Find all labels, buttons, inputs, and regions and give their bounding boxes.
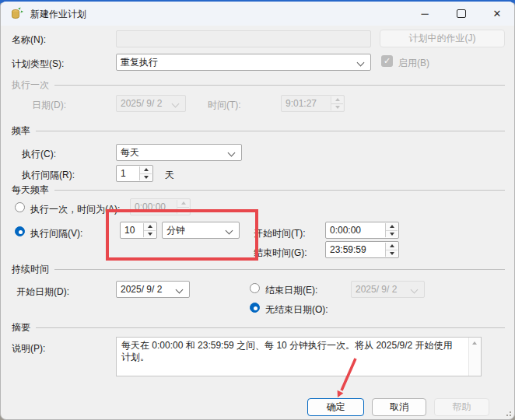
chevron-down-icon xyxy=(176,286,184,294)
spinner-down-icon[interactable] xyxy=(331,103,343,111)
starting-at-label: 开始时间(T): xyxy=(254,227,306,240)
close-icon: ✕ xyxy=(493,8,502,19)
annotation-arrow-icon xyxy=(316,350,370,404)
occurs-value: 每天 xyxy=(121,146,139,159)
no-end-date-radio[interactable] xyxy=(250,303,260,313)
no-end-date-label: 无结束日期(O): xyxy=(265,303,328,317)
jobs-in-schedule-label: 计划中的作业(J) xyxy=(409,32,476,45)
help-button[interactable]: 帮助 xyxy=(434,398,489,416)
resize-grip-icon[interactable] xyxy=(503,408,511,416)
end-date-combo[interactable]: 2025/ 9/ 2 xyxy=(351,281,425,298)
description-textarea[interactable]: 每天在 0:00:00 和 23:59:59 之间、每 10 分钟执行一次。将从… xyxy=(116,337,482,376)
help-button-label: 帮助 xyxy=(453,401,471,414)
enabled-checkbox[interactable]: ✓ xyxy=(381,55,393,67)
schedule-type-combo[interactable]: 重复执行 xyxy=(116,54,371,71)
enabled-label: 启用(B) xyxy=(398,57,429,70)
recurs-unit-label: 天 xyxy=(165,169,174,182)
cancel-button[interactable]: 取消 xyxy=(372,398,426,416)
description-label: 说明(P): xyxy=(12,342,45,355)
one-time-time-value: 9:01:27 xyxy=(286,98,317,109)
minimize-icon: ─ xyxy=(421,8,428,19)
chevron-down-icon xyxy=(411,286,419,294)
chevron-down-icon xyxy=(228,149,236,157)
recurs-every-value: 1 xyxy=(121,168,126,179)
one-time-date-value: 2025/ 9/ 2 xyxy=(121,98,162,109)
date-label: 日期(D): xyxy=(32,99,66,112)
maximize-button[interactable] xyxy=(444,2,478,25)
divider xyxy=(54,269,505,270)
daily-frequency-header-label: 每天频率 xyxy=(12,184,49,197)
spinner-up-icon[interactable] xyxy=(331,96,343,103)
spinner-down-icon[interactable] xyxy=(140,173,152,181)
frequency-group-header: 频率 xyxy=(12,125,505,136)
title-bar[interactable]: 新建作业计划 ─ ✕ xyxy=(1,2,514,26)
spinner-up-icon[interactable] xyxy=(386,223,398,230)
ending-at-value: 23:59:59 xyxy=(330,244,366,255)
spinner-down-icon[interactable] xyxy=(386,230,398,238)
name-label: 名称(N): xyxy=(12,33,46,47)
occurs-combo[interactable]: 每天 xyxy=(116,144,242,161)
frequency-header-label: 频率 xyxy=(12,124,30,138)
ending-at-label: 结束时间(G): xyxy=(254,247,307,260)
end-date-radio[interactable] xyxy=(250,283,260,293)
divider xyxy=(36,327,505,328)
one-time-group-header: 执行一次 xyxy=(12,79,505,90)
jobs-in-schedule-button[interactable]: 计划中的作业(J) xyxy=(380,30,505,47)
end-date-value: 2025/ 9/ 2 xyxy=(356,284,397,295)
end-date-label: 结束日期(E): xyxy=(265,284,317,297)
divider xyxy=(36,131,505,131)
name-input[interactable] xyxy=(116,30,371,47)
summary-header-label: 摘要 xyxy=(12,321,30,334)
spinner-up-icon[interactable] xyxy=(386,243,398,250)
chevron-down-icon xyxy=(172,100,180,108)
spinner-up-icon[interactable] xyxy=(140,166,152,173)
spinner-up-icon[interactable] xyxy=(177,200,189,207)
start-date-combo[interactable]: 2025/ 9/ 2 xyxy=(116,281,190,298)
spinner-down-icon[interactable] xyxy=(386,250,398,257)
minimize-button[interactable]: ─ xyxy=(408,2,442,25)
close-button[interactable]: ✕ xyxy=(480,2,514,25)
one-time-date-combo[interactable]: 2025/ 9/ 2 xyxy=(116,95,186,112)
check-icon: ✓ xyxy=(384,56,391,65)
chevron-down-icon xyxy=(357,59,365,67)
starting-at-spinner[interactable]: 0:00:00 xyxy=(325,222,399,239)
start-date-value: 2025/ 9/ 2 xyxy=(121,284,162,295)
one-time-time-spinner[interactable]: 9:01:27 xyxy=(281,95,345,112)
new-job-schedule-dialog: 新建作业计划 ─ ✕ 名称(N): 计划中的作业(J) 计划类型(S): 重复执… xyxy=(0,0,515,420)
summary-group-header: 摘要 xyxy=(12,322,505,333)
description-scrollbar[interactable] xyxy=(468,338,481,376)
annotation-highlight-rectangle xyxy=(106,209,258,261)
description-text: 每天在 0:00:00 和 23:59:59 之间、每 10 分钟执行一次。将从… xyxy=(121,340,461,363)
schedule-type-label: 计划类型(S): xyxy=(12,58,64,71)
duration-header-label: 持续时间 xyxy=(12,263,49,276)
one-time-header-label: 执行一次 xyxy=(12,79,49,92)
occurs-every-label: 执行间隔(V): xyxy=(30,227,82,240)
divider xyxy=(54,85,505,86)
screen: 新建作业计划 ─ ✕ 名称(N): 计划中的作业(J) 计划类型(S): 重复执… xyxy=(0,0,515,420)
duration-group-header: 持续时间 xyxy=(12,264,505,275)
divider xyxy=(54,190,505,191)
occurs-label: 执行(C): xyxy=(22,148,56,161)
schedule-type-value: 重复执行 xyxy=(121,56,158,69)
ending-at-spinner[interactable]: 23:59:59 xyxy=(325,241,399,258)
cancel-button-label: 取消 xyxy=(390,401,408,414)
time-label: 时间(T): xyxy=(208,99,241,112)
daily-frequency-group-header: 每天频率 xyxy=(12,184,505,195)
recurs-every-spinner[interactable]: 1 xyxy=(116,165,153,182)
scroll-up-icon[interactable] xyxy=(472,341,477,345)
maximize-icon xyxy=(457,9,466,18)
recurs-every-label: 执行间隔(R): xyxy=(22,169,75,182)
job-schedule-icon xyxy=(11,7,24,20)
occurs-every-radio[interactable] xyxy=(15,226,25,236)
window-title: 新建作业计划 xyxy=(30,8,86,21)
occurs-once-radio[interactable] xyxy=(15,202,25,212)
starting-at-value: 0:00:00 xyxy=(330,225,361,236)
start-date-label: 开始日期(D): xyxy=(16,285,69,299)
